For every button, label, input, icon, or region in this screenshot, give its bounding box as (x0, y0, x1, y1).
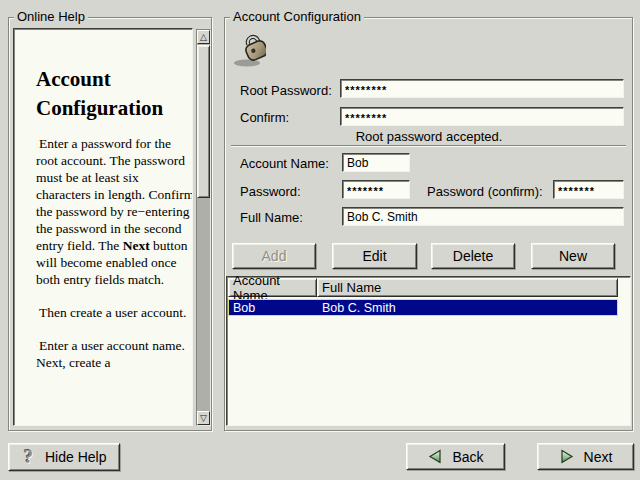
user-password-confirm-label: Password (confirm): (427, 184, 543, 199)
account-name-input[interactable] (342, 153, 410, 172)
help-heading: Account Configuration (36, 65, 193, 123)
back-button[interactable]: Back (406, 443, 505, 470)
help-paragraph-1-bold: Next (123, 238, 150, 253)
hide-help-button-label: Hide Help (45, 449, 106, 465)
next-button-label: Next (584, 449, 613, 465)
add-button[interactable]: Add (232, 243, 316, 269)
root-password-label: Root Password: (240, 83, 332, 98)
scroll-up-icon: △ (200, 32, 207, 42)
new-button-label: New (559, 248, 587, 264)
next-arrow-icon (559, 449, 575, 464)
confirm-password-field-wrap (340, 107, 624, 126)
root-password-field-wrap (340, 79, 624, 98)
column-header-account-name[interactable]: Account Name (228, 278, 317, 297)
help-question-icon: ? (24, 448, 33, 466)
table-cell-full-name: Bob C. Smith (322, 301, 396, 315)
account-name-field-wrap (342, 153, 410, 172)
user-password-field-wrap (342, 180, 410, 199)
account-name-label: Account Name: (240, 156, 329, 171)
full-name-label: Full Name: (240, 210, 303, 225)
full-name-input[interactable] (342, 207, 624, 226)
table-row[interactable]: Bob Bob C. Smith (228, 299, 618, 316)
delete-button[interactable]: Delete (431, 243, 515, 269)
help-paragraph-3: Enter a user account name. Next, create … (36, 337, 193, 371)
column-header-full-name-label: Full Name (322, 280, 381, 295)
column-header-full-name[interactable]: Full Name (317, 278, 618, 297)
accounts-table: Account Name Full Name Bob Bob C. Smith (226, 276, 631, 426)
account-configuration-frame-label: Account Configuration (230, 10, 364, 24)
user-password-input[interactable] (342, 180, 410, 199)
scroll-down-icon: ▽ (200, 413, 207, 423)
user-password-confirm-field-wrap (553, 180, 624, 199)
delete-button-label: Delete (453, 248, 493, 264)
edit-button[interactable]: Edit (332, 243, 417, 269)
table-cell-account-name: Bob (233, 301, 255, 315)
padlock-icon (230, 33, 266, 69)
add-button-label: Add (262, 248, 287, 264)
next-button[interactable]: Next (537, 443, 634, 470)
new-button[interactable]: New (531, 243, 615, 269)
help-scrollbar[interactable]: △ ▽ (196, 29, 211, 426)
back-arrow-icon (427, 449, 443, 464)
back-button-label: Back (452, 449, 483, 465)
scroll-up-button[interactable]: △ (197, 30, 210, 44)
confirm-password-label: Confirm: (240, 110, 289, 125)
edit-button-label: Edit (362, 248, 386, 264)
column-header-account-name-label: Account Name (233, 273, 316, 303)
hide-help-button[interactable]: ? Hide Help (8, 443, 120, 471)
password-status-message: Root password accepted. (224, 129, 634, 144)
full-name-field-wrap (342, 207, 624, 226)
help-paragraph-2: Then create a user account. (36, 304, 193, 321)
online-help-frame-label: Online Help (14, 10, 88, 24)
scroll-down-button[interactable]: ▽ (197, 411, 210, 425)
help-content: Account Configuration Enter a password f… (36, 65, 193, 387)
installer-window: Online Help Account Configuration Enter … (0, 0, 640, 480)
help-paragraph-1: Enter a password for the root account. T… (36, 135, 193, 288)
section-separator (231, 145, 626, 147)
help-text-viewport: Account Configuration Enter a password f… (13, 28, 193, 426)
root-password-input[interactable] (340, 79, 624, 98)
user-password-confirm-input[interactable] (553, 180, 624, 199)
help-paragraph-1-text: Enter a password for the root account. T… (36, 136, 193, 253)
scrollbar-thumb[interactable] (197, 45, 210, 198)
confirm-password-input[interactable] (340, 107, 624, 126)
user-password-label: Password: (240, 184, 301, 199)
